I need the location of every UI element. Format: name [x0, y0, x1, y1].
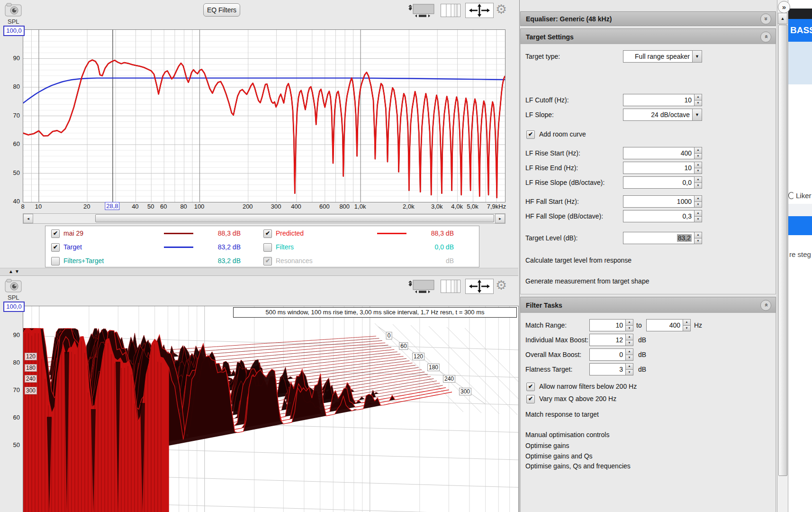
field-flatness-target[interactable]: 3▲▼: [589, 363, 633, 375]
collapse-section-icon[interactable]: »: [760, 300, 771, 311]
graph-settings-gear-icon[interactable]: ⚙: [496, 278, 507, 293]
expand-section-icon[interactable]: »: [760, 13, 771, 24]
row-lf-cutoff-hz: LF Cutoff (Hz):10▲▼: [520, 94, 776, 106]
splitter-down-icon[interactable]: ▼: [15, 269, 19, 274]
scroll-left-button[interactable]: ◂: [23, 214, 33, 223]
like-row[interactable]: Liker: [788, 192, 812, 201]
combo-arrow-icon[interactable]: ▼: [692, 50, 702, 63]
equaliser-header[interactable]: Equaliser: Generic (48 kHz) »: [520, 11, 776, 26]
spin-up-icon[interactable]: ▲: [694, 162, 702, 168]
scroll-up-button[interactable]: ▲: [778, 13, 787, 24]
field-label: Overall Max Boost:: [525, 351, 581, 358]
spin-up-icon[interactable]: ▲: [694, 176, 702, 183]
spin-down-icon[interactable]: ▼: [625, 355, 633, 361]
field-match-range-from[interactable]: 10▲▼: [589, 319, 633, 331]
spin-down-icon[interactable]: ▼: [694, 168, 702, 174]
waterfall-chart[interactable]: [23, 306, 519, 512]
frequency-grid-button[interactable]: [441, 4, 460, 17]
eq-filters-button[interactable]: EQ Filters: [203, 3, 240, 17]
panel-scrollbar-thumb[interactable]: [778, 25, 787, 476]
graph-settings-gear-icon[interactable]: ⚙: [496, 2, 507, 17]
spin-up-icon[interactable]: ▲: [625, 348, 633, 355]
action-optimise-gains[interactable]: Optimise gains: [525, 442, 569, 449]
field-target-level-db[interactable]: 83,2▲▼: [623, 232, 702, 244]
spin-down-icon[interactable]: ▼: [694, 154, 702, 160]
camera-snapshot-button[interactable]: [5, 279, 22, 293]
spin-up-icon[interactable]: ▲: [694, 232, 702, 238]
spin-down-icon[interactable]: ▼: [625, 326, 633, 332]
field-match-range-to[interactable]: 400▲▼: [646, 319, 691, 331]
action-manual-optimisation-controls[interactable]: Manual optimisation controls: [525, 431, 609, 439]
filter-tasks-header[interactable]: Filter Tasks »: [520, 297, 776, 314]
spin-down-icon[interactable]: ▼: [625, 340, 633, 347]
spin-down-icon[interactable]: ▼: [694, 238, 702, 245]
collapse-section-icon[interactable]: »: [760, 31, 771, 42]
checkbox-add-room-curve[interactable]: ✔: [526, 130, 535, 139]
checkbox-allow-narrow-filters-below-200-hz[interactable]: ✔: [526, 383, 535, 391]
freq-scrollbar[interactable]: ◂ ▸: [23, 213, 505, 224]
field-lf-rise-start-hz[interactable]: 400▲▼: [623, 147, 702, 159]
panel-scrollbar[interactable]: ▲: [777, 0, 788, 512]
legend-checkbox-filters-target[interactable]: [51, 257, 60, 265]
legend-checkbox-predicted[interactable]: ✔: [263, 229, 272, 238]
spin-down-icon[interactable]: ▼: [694, 183, 702, 189]
row-lf-rise-slope-db-octave: LF Rise Slope (dB/octave):0,0▲▼: [520, 176, 776, 189]
combo-arrow-icon[interactable]: ▼: [692, 109, 702, 121]
legend-checkbox-mai-29[interactable]: ✔: [51, 229, 60, 238]
spin-down-icon[interactable]: ▼: [683, 326, 691, 332]
axis-max-level-box[interactable]: 100,0: [3, 26, 25, 36]
pan-graph-button[interactable]: [465, 3, 494, 18]
action-optimise-gains-qs-and-frequencies[interactable]: Optimise gains, Qs and frequencies: [525, 462, 631, 470]
field-target-type[interactable]: Full range speaker▼: [623, 50, 702, 63]
spin-up-icon[interactable]: ▲: [683, 319, 691, 326]
checkbox-label: Allow narrow filters below 200 Hz: [539, 383, 637, 390]
cursor-freq-box[interactable]: 28,8: [105, 202, 119, 210]
spin-up-icon[interactable]: ▲: [625, 319, 633, 326]
graph-limits-button[interactable]: [406, 3, 438, 18]
spin-up-icon[interactable]: ▲: [694, 147, 702, 154]
spin-down-icon[interactable]: ▼: [694, 217, 702, 223]
pan-graph-button[interactable]: [465, 279, 494, 294]
splitter-up-icon[interactable]: ▲: [9, 269, 13, 274]
legend-label: Filters+Target: [63, 257, 104, 265]
field-lf-rise-end-hz[interactable]: 10▲▼: [623, 162, 702, 174]
scroll-right-button[interactable]: ▸: [495, 214, 505, 223]
action-calculate-target-level-from-response[interactable]: Calculate target level from response: [525, 256, 632, 264]
spinner-buttons: ▲▼: [625, 334, 633, 346]
camera-snapshot-button[interactable]: [5, 3, 22, 17]
field-lf-rise-slope-db-octave[interactable]: 0,0▲▼: [623, 176, 702, 189]
graph-limits-button[interactable]: [406, 279, 438, 294]
checkbox-vary-max-q-above-200-hz[interactable]: ✔: [526, 395, 535, 403]
y-tick-label: 50: [2, 441, 20, 448]
frequency-grid-button[interactable]: [441, 280, 460, 293]
spl-chart[interactable]: [23, 29, 505, 202]
x-tick-label: 1,0k: [354, 203, 366, 210]
blue-action-bar[interactable]: [788, 216, 812, 235]
spin-up-icon[interactable]: ▲: [694, 195, 702, 202]
action-optimise-gains-and-qs[interactable]: Optimise gains and Qs: [525, 452, 593, 460]
axis-max-level-box[interactable]: 100,0: [3, 302, 25, 312]
collapse-panel-button[interactable]: »: [778, 1, 790, 13]
legend-checkbox-target[interactable]: ✔: [51, 243, 60, 252]
filter-tasks-title: Filter Tasks: [526, 302, 562, 309]
spin-up-icon[interactable]: ▲: [694, 210, 702, 217]
legend-checkbox-filters[interactable]: [263, 243, 272, 252]
field-hf-fall-start-hz[interactable]: 1000▲▼: [623, 195, 702, 208]
field-lf-slope[interactable]: 24 dB/octave▼: [623, 109, 702, 121]
spl-axis-label: SPL: [8, 294, 19, 301]
target-settings-header[interactable]: Target Settings »: [520, 28, 776, 45]
spin-up-icon[interactable]: ▲: [694, 94, 702, 101]
field-lf-cutoff-hz[interactable]: 10▲▼: [623, 94, 702, 106]
field-overall-max-boost[interactable]: 0▲▼: [589, 348, 633, 361]
spin-up-icon[interactable]: ▲: [625, 363, 633, 370]
spin-down-icon[interactable]: ▼: [694, 101, 702, 107]
action-match-response-to-target[interactable]: Match response to target: [525, 411, 599, 418]
freq-scrollbar-thumb[interactable]: [95, 214, 494, 222]
field-hf-fall-slope-db-octave[interactable]: 0,3▲▼: [623, 210, 702, 222]
spin-down-icon[interactable]: ▼: [694, 202, 702, 208]
field-individual-max-boost[interactable]: 12▲▼: [589, 334, 633, 346]
action-generate-measurement-from-target-shape[interactable]: Generate measurement from target shape: [525, 277, 649, 285]
spin-up-icon[interactable]: ▲: [625, 334, 633, 340]
spin-down-icon[interactable]: ▼: [625, 370, 633, 376]
unit-label: dB: [638, 366, 646, 373]
